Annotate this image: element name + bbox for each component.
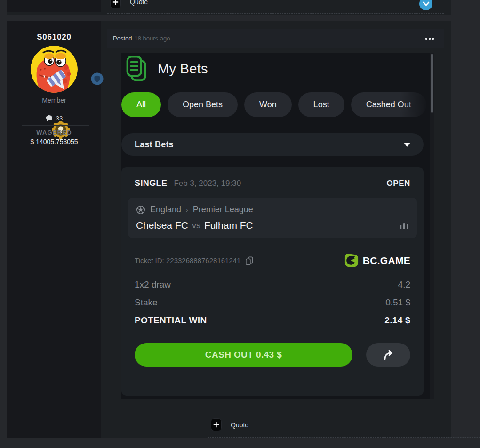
quote-button-label[interactable]: Quote xyxy=(130,0,148,6)
forum-post: S061020 xyxy=(7,21,451,438)
bcgame-logo-icon xyxy=(344,253,359,268)
ticket-id: Ticket ID: 2233268887628161241 xyxy=(135,256,240,264)
post-content: Posted 18 hours ago xyxy=(107,21,451,438)
scrollbar-thumb[interactable] xyxy=(431,54,433,113)
dropdown-label: Last Bets xyxy=(135,140,174,150)
avatar-image xyxy=(31,46,78,93)
quote-plus-button[interactable] xyxy=(211,418,222,431)
plus-icon xyxy=(112,0,119,6)
ticket-row: Ticket ID: 2233268887628161241 xyxy=(135,253,410,268)
bet-row-potential-win: POTENTIAL WIN 2.14 $ xyxy=(135,315,410,333)
breadcrumb-separator: › xyxy=(186,206,188,214)
bet-type: SINGLE xyxy=(135,178,167,188)
league-breadcrumb: England › Premier League xyxy=(136,205,409,215)
forum-page: Quote S061020 xyxy=(0,0,480,448)
bet-row-stake: Stake 0.51 $ xyxy=(135,297,410,315)
away-team: Fulham FC xyxy=(204,220,253,231)
tab-won[interactable]: Won xyxy=(244,92,292,117)
plus-icon xyxy=(213,421,220,428)
ellipsis-icon xyxy=(432,38,434,40)
home-team: Chelsea FC xyxy=(136,220,188,231)
comments-count: 33 xyxy=(56,115,63,122)
quote-button-label[interactable]: Quote xyxy=(231,421,248,429)
bet-status-badge: OPEN xyxy=(386,179,410,188)
scroll-down-button[interactable] xyxy=(419,0,432,10)
author-role: Member xyxy=(7,96,101,104)
stats-bars-icon[interactable] xyxy=(400,221,409,230)
quote-row: Quote xyxy=(208,412,480,438)
brand-logo: BC.GAME xyxy=(344,253,410,268)
match-teams: Chelsea FC vs Fulham FC xyxy=(136,220,409,231)
widget-title-row: My Bets xyxy=(125,56,208,82)
wagered-label: WAGERED xyxy=(7,129,101,136)
author-comments: 33 xyxy=(7,115,101,122)
league-label: Premier League xyxy=(193,205,253,215)
tab-lost[interactable]: Lost xyxy=(298,92,344,117)
vs-label: vs xyxy=(192,221,200,231)
caret-down-icon xyxy=(404,143,410,147)
post-menu-button[interactable] xyxy=(425,38,434,40)
bet-card: SINGLE Feb 3, 2023, 19:30 OPEN xyxy=(121,167,424,396)
share-arrow-icon xyxy=(382,349,395,361)
bet-actions: CASH OUT 0.43 $ xyxy=(135,343,410,367)
match-info-box[interactable]: England › Premier League Chelsea FC vs F… xyxy=(128,198,417,238)
tab-open-bets[interactable]: Open Bets xyxy=(168,92,238,117)
post-header: Posted 18 hours ago xyxy=(107,29,444,48)
country-label: England xyxy=(150,205,181,215)
ellipsis-icon xyxy=(425,38,427,40)
divider xyxy=(22,125,89,126)
author-username[interactable]: S061020 xyxy=(7,32,101,42)
bet-row-odds: 1x2 draw 4.2 xyxy=(135,280,410,297)
wagered-amount: $ 14005.753055 xyxy=(7,138,101,145)
last-bets-dropdown[interactable]: Last Bets xyxy=(121,133,424,156)
tab-all[interactable]: All xyxy=(121,92,161,117)
posted-time: 18 hours ago xyxy=(134,35,170,42)
author-pane: S061020 xyxy=(7,21,101,438)
copy-icon xyxy=(245,256,254,265)
posted-label: Posted xyxy=(113,35,132,42)
soccer-ball-icon xyxy=(136,205,145,215)
chevron-down-icon xyxy=(420,0,432,10)
ellipsis-icon xyxy=(429,38,431,40)
cash-out-button[interactable]: CASH OUT 0.43 $ xyxy=(135,343,352,367)
widget-title: My Bets xyxy=(158,61,208,77)
brand-name: BC.GAME xyxy=(363,255,410,266)
shield-badge-icon xyxy=(91,72,104,85)
quote-plus-button[interactable] xyxy=(110,0,121,8)
bet-slips-icon xyxy=(125,56,149,82)
comment-bubble-icon xyxy=(46,115,53,122)
previous-author-pane xyxy=(7,0,101,12)
avatar[interactable] xyxy=(31,46,78,93)
previous-post: Quote xyxy=(7,0,451,15)
previous-quote-row: Quote xyxy=(107,0,444,14)
bet-card-header: SINGLE Feb 3, 2023, 19:30 OPEN xyxy=(135,178,410,188)
copy-button[interactable] xyxy=(245,256,254,265)
share-button[interactable] xyxy=(366,343,410,367)
widget-scrollbar xyxy=(430,53,434,399)
tab-cashed-out[interactable]: Cashed Out xyxy=(351,92,426,117)
my-bets-widget: My Bets All Open Bets Won Lost Cashed Ou… xyxy=(121,53,434,399)
bet-datetime: Feb 3, 2023, 19:30 xyxy=(174,179,241,188)
bet-detail-rows: 1x2 draw 4.2 Stake 0.51 $ POTENTIAL WIN … xyxy=(135,280,410,333)
bet-filter-tabs: All Open Bets Won Lost Cashed Out xyxy=(121,92,434,117)
